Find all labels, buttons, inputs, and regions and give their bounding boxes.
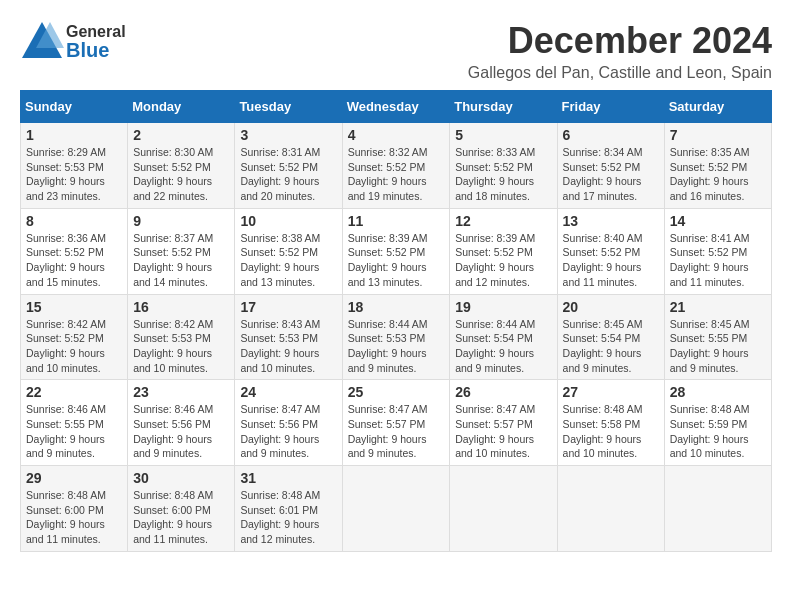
- calendar-body: 1Sunrise: 8:29 AMSunset: 5:53 PMDaylight…: [21, 123, 772, 552]
- calendar-cell: 24Sunrise: 8:47 AMSunset: 5:56 PMDayligh…: [235, 380, 342, 466]
- day-info: Sunrise: 8:48 AMSunset: 6:00 PMDaylight:…: [133, 489, 213, 545]
- day-number: 15: [26, 299, 122, 315]
- calendar-cell: 18Sunrise: 8:44 AMSunset: 5:53 PMDayligh…: [342, 294, 450, 380]
- day-number: 20: [563, 299, 659, 315]
- day-info: Sunrise: 8:45 AMSunset: 5:55 PMDaylight:…: [670, 318, 750, 374]
- day-number: 11: [348, 213, 445, 229]
- day-info: Sunrise: 8:43 AMSunset: 5:53 PMDaylight:…: [240, 318, 320, 374]
- calendar-cell: 4Sunrise: 8:32 AMSunset: 5:52 PMDaylight…: [342, 123, 450, 209]
- logo-icon: [20, 20, 64, 64]
- weekday-header-friday: Friday: [557, 91, 664, 123]
- day-number: 6: [563, 127, 659, 143]
- day-info: Sunrise: 8:48 AMSunset: 6:01 PMDaylight:…: [240, 489, 320, 545]
- day-number: 31: [240, 470, 336, 486]
- day-info: Sunrise: 8:44 AMSunset: 5:54 PMDaylight:…: [455, 318, 535, 374]
- day-info: Sunrise: 8:34 AMSunset: 5:52 PMDaylight:…: [563, 146, 643, 202]
- calendar-cell: 15Sunrise: 8:42 AMSunset: 5:52 PMDayligh…: [21, 294, 128, 380]
- calendar-week-row: 15Sunrise: 8:42 AMSunset: 5:52 PMDayligh…: [21, 294, 772, 380]
- calendar-cell: 22Sunrise: 8:46 AMSunset: 5:55 PMDayligh…: [21, 380, 128, 466]
- day-info: Sunrise: 8:47 AMSunset: 5:57 PMDaylight:…: [455, 403, 535, 459]
- calendar-cell: [557, 466, 664, 552]
- day-number: 23: [133, 384, 229, 400]
- calendar-cell: 26Sunrise: 8:47 AMSunset: 5:57 PMDayligh…: [450, 380, 557, 466]
- weekday-header-row: SundayMondayTuesdayWednesdayThursdayFrid…: [21, 91, 772, 123]
- calendar-week-row: 1Sunrise: 8:29 AMSunset: 5:53 PMDaylight…: [21, 123, 772, 209]
- calendar-cell: 19Sunrise: 8:44 AMSunset: 5:54 PMDayligh…: [450, 294, 557, 380]
- calendar-cell: 12Sunrise: 8:39 AMSunset: 5:52 PMDayligh…: [450, 208, 557, 294]
- calendar-cell: 9Sunrise: 8:37 AMSunset: 5:52 PMDaylight…: [128, 208, 235, 294]
- day-number: 18: [348, 299, 445, 315]
- day-number: 7: [670, 127, 766, 143]
- day-info: Sunrise: 8:29 AMSunset: 5:53 PMDaylight:…: [26, 146, 106, 202]
- day-info: Sunrise: 8:39 AMSunset: 5:52 PMDaylight:…: [348, 232, 428, 288]
- day-info: Sunrise: 8:36 AMSunset: 5:52 PMDaylight:…: [26, 232, 106, 288]
- day-number: 10: [240, 213, 336, 229]
- day-info: Sunrise: 8:38 AMSunset: 5:52 PMDaylight:…: [240, 232, 320, 288]
- calendar-cell: [450, 466, 557, 552]
- day-info: Sunrise: 8:46 AMSunset: 5:55 PMDaylight:…: [26, 403, 106, 459]
- day-info: Sunrise: 8:44 AMSunset: 5:53 PMDaylight:…: [348, 318, 428, 374]
- day-number: 29: [26, 470, 122, 486]
- calendar-cell: 6Sunrise: 8:34 AMSunset: 5:52 PMDaylight…: [557, 123, 664, 209]
- calendar-week-row: 29Sunrise: 8:48 AMSunset: 6:00 PMDayligh…: [21, 466, 772, 552]
- day-number: 1: [26, 127, 122, 143]
- calendar-cell: [342, 466, 450, 552]
- day-number: 27: [563, 384, 659, 400]
- page-header: General Blue December 2024 Gallegos del …: [20, 20, 772, 82]
- calendar-header: SundayMondayTuesdayWednesdayThursdayFrid…: [21, 91, 772, 123]
- day-number: 8: [26, 213, 122, 229]
- day-info: Sunrise: 8:48 AMSunset: 6:00 PMDaylight:…: [26, 489, 106, 545]
- day-number: 4: [348, 127, 445, 143]
- day-info: Sunrise: 8:48 AMSunset: 5:58 PMDaylight:…: [563, 403, 643, 459]
- day-info: Sunrise: 8:42 AMSunset: 5:53 PMDaylight:…: [133, 318, 213, 374]
- calendar-cell: 28Sunrise: 8:48 AMSunset: 5:59 PMDayligh…: [664, 380, 771, 466]
- day-info: Sunrise: 8:35 AMSunset: 5:52 PMDaylight:…: [670, 146, 750, 202]
- calendar-cell: 10Sunrise: 8:38 AMSunset: 5:52 PMDayligh…: [235, 208, 342, 294]
- day-info: Sunrise: 8:48 AMSunset: 5:59 PMDaylight:…: [670, 403, 750, 459]
- weekday-header-saturday: Saturday: [664, 91, 771, 123]
- day-number: 17: [240, 299, 336, 315]
- calendar-cell: 30Sunrise: 8:48 AMSunset: 6:00 PMDayligh…: [128, 466, 235, 552]
- title-section: December 2024 Gallegos del Pan, Castille…: [468, 20, 772, 82]
- calendar-cell: 2Sunrise: 8:30 AMSunset: 5:52 PMDaylight…: [128, 123, 235, 209]
- day-info: Sunrise: 8:32 AMSunset: 5:52 PMDaylight:…: [348, 146, 428, 202]
- calendar-week-row: 22Sunrise: 8:46 AMSunset: 5:55 PMDayligh…: [21, 380, 772, 466]
- day-number: 3: [240, 127, 336, 143]
- day-info: Sunrise: 8:37 AMSunset: 5:52 PMDaylight:…: [133, 232, 213, 288]
- calendar-cell: 5Sunrise: 8:33 AMSunset: 5:52 PMDaylight…: [450, 123, 557, 209]
- day-info: Sunrise: 8:46 AMSunset: 5:56 PMDaylight:…: [133, 403, 213, 459]
- location-title: Gallegos del Pan, Castille and Leon, Spa…: [468, 64, 772, 82]
- day-number: 19: [455, 299, 551, 315]
- day-number: 5: [455, 127, 551, 143]
- day-number: 26: [455, 384, 551, 400]
- calendar-cell: [664, 466, 771, 552]
- calendar-table: SundayMondayTuesdayWednesdayThursdayFrid…: [20, 90, 772, 552]
- calendar-cell: 16Sunrise: 8:42 AMSunset: 5:53 PMDayligh…: [128, 294, 235, 380]
- day-number: 9: [133, 213, 229, 229]
- calendar-cell: 14Sunrise: 8:41 AMSunset: 5:52 PMDayligh…: [664, 208, 771, 294]
- day-info: Sunrise: 8:40 AMSunset: 5:52 PMDaylight:…: [563, 232, 643, 288]
- calendar-cell: 25Sunrise: 8:47 AMSunset: 5:57 PMDayligh…: [342, 380, 450, 466]
- day-number: 16: [133, 299, 229, 315]
- day-number: 13: [563, 213, 659, 229]
- day-number: 24: [240, 384, 336, 400]
- calendar-cell: 17Sunrise: 8:43 AMSunset: 5:53 PMDayligh…: [235, 294, 342, 380]
- month-title: December 2024: [468, 20, 772, 62]
- calendar-week-row: 8Sunrise: 8:36 AMSunset: 5:52 PMDaylight…: [21, 208, 772, 294]
- logo-general: General: [66, 24, 126, 40]
- calendar-cell: 21Sunrise: 8:45 AMSunset: 5:55 PMDayligh…: [664, 294, 771, 380]
- day-number: 25: [348, 384, 445, 400]
- day-number: 28: [670, 384, 766, 400]
- day-info: Sunrise: 8:30 AMSunset: 5:52 PMDaylight:…: [133, 146, 213, 202]
- day-number: 30: [133, 470, 229, 486]
- logo: General Blue: [20, 20, 126, 64]
- day-info: Sunrise: 8:39 AMSunset: 5:52 PMDaylight:…: [455, 232, 535, 288]
- weekday-header-monday: Monday: [128, 91, 235, 123]
- calendar-cell: 8Sunrise: 8:36 AMSunset: 5:52 PMDaylight…: [21, 208, 128, 294]
- day-number: 14: [670, 213, 766, 229]
- weekday-header-thursday: Thursday: [450, 91, 557, 123]
- logo-text: General Blue: [66, 24, 126, 60]
- day-info: Sunrise: 8:42 AMSunset: 5:52 PMDaylight:…: [26, 318, 106, 374]
- calendar-cell: 1Sunrise: 8:29 AMSunset: 5:53 PMDaylight…: [21, 123, 128, 209]
- weekday-header-sunday: Sunday: [21, 91, 128, 123]
